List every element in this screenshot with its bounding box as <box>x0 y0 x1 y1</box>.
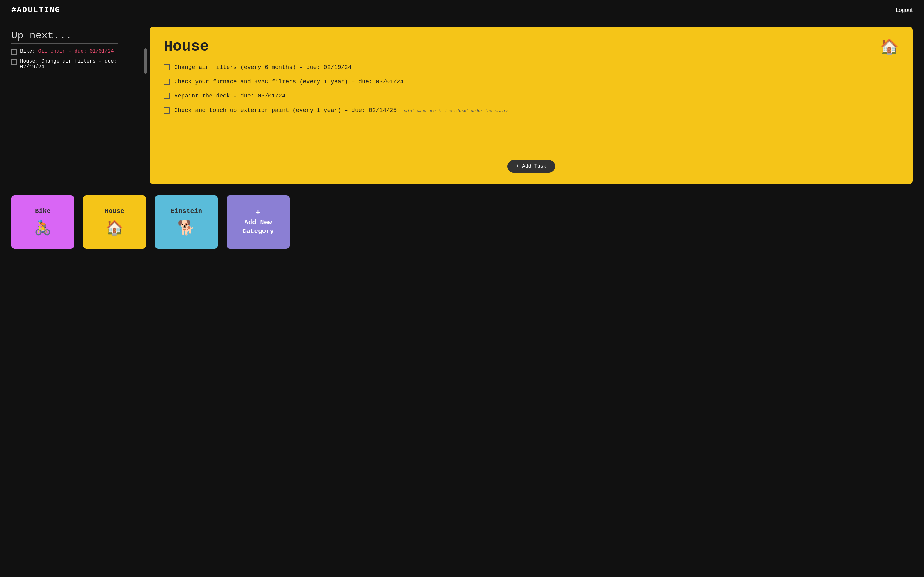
app-logo: #ADULTING <box>11 6 60 15</box>
task-text: Check your furnace and HVAC filters (eve… <box>174 78 899 87</box>
house-icon: 🏠 <box>880 38 899 56</box>
main-content: Up next... Bike: Oil chain – due: 01/01/… <box>0 21 924 184</box>
logout-button[interactable]: Logout <box>896 7 913 13</box>
category-label: House <box>105 208 124 215</box>
add-task-button[interactable]: + Add Task <box>507 160 555 172</box>
list-item: Change air filters (every 6 months) – du… <box>164 63 899 72</box>
task-text: Change air filters (every 6 months) – du… <box>174 63 899 72</box>
category-tile-house[interactable]: House 🏠 <box>83 195 146 249</box>
bike-icon: 🚴 <box>34 219 52 237</box>
task-checkbox[interactable] <box>164 79 170 85</box>
list-item: Check and touch up exterior paint (every… <box>164 106 899 115</box>
category-tile-bike[interactable]: Bike 🚴 <box>11 195 74 249</box>
list-item: Bike: Oil chain – due: 01/01/24 <box>11 48 137 55</box>
detail-card-header: House 🏠 <box>164 38 899 56</box>
task-text: Repaint the deck – due: 05/01/24 <box>174 92 899 101</box>
task-checkbox[interactable] <box>164 107 170 113</box>
up-next-list: Bike: Oil chain – due: 01/01/24 House: C… <box>11 48 137 70</box>
categories-row: Bike 🚴 House 🏠 Einstein 🐕 + Add NewCateg… <box>0 184 924 249</box>
task-checkbox[interactable] <box>11 49 17 55</box>
plus-icon: + <box>256 208 260 217</box>
add-category-tile[interactable]: + Add NewCategory <box>226 195 289 249</box>
task-checkbox[interactable] <box>11 59 17 65</box>
dog-icon: 🐕 <box>178 219 195 237</box>
scrollbar[interactable] <box>144 48 147 74</box>
task-note: paint cans are in the closet under the s… <box>402 109 509 113</box>
up-next-panel: Up next... Bike: Oil chain – due: 01/01/… <box>11 27 137 184</box>
detail-card-title: House <box>164 38 209 55</box>
category-tile-einstein[interactable]: Einstein 🐕 <box>155 195 218 249</box>
up-next-title: Up next... <box>11 30 118 44</box>
detail-card: House 🏠 Change air filters (every 6 mont… <box>150 27 913 184</box>
house-icon: 🏠 <box>106 219 123 237</box>
task-list: Change air filters (every 6 months) – du… <box>164 63 899 151</box>
task-text: Check and touch up exterior paint (every… <box>174 106 899 115</box>
task-checkbox[interactable] <box>164 64 170 71</box>
task-text: House: Change air filters – due: 02/19/2… <box>20 58 137 70</box>
list-item: Check your furnace and HVAC filters (eve… <box>164 78 899 87</box>
list-item: Repaint the deck – due: 05/01/24 <box>164 92 899 101</box>
category-label: Bike <box>35 208 51 215</box>
list-item: House: Change air filters – due: 02/19/2… <box>11 58 137 70</box>
app-header: #ADULTING Logout <box>0 0 924 21</box>
add-category-label: Add NewCategory <box>242 218 274 235</box>
task-text: Bike: Oil chain – due: 01/01/24 <box>20 48 114 54</box>
category-label: Einstein <box>171 208 202 215</box>
task-checkbox[interactable] <box>164 93 170 99</box>
